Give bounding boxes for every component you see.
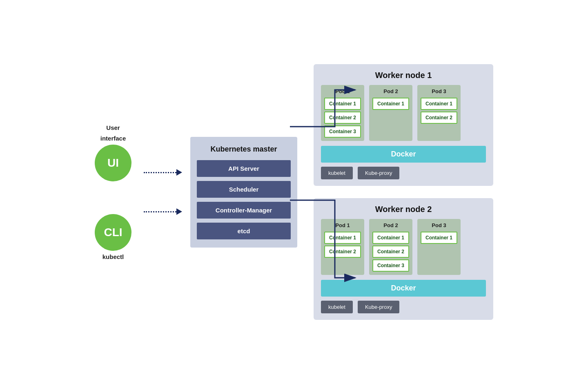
controller-manager-component: Controller-Manager <box>197 202 291 219</box>
worker1-kubeproxy: Kube-proxy <box>358 167 399 179</box>
ui-label2: interface <box>100 134 126 143</box>
api-server-component: API Server <box>197 160 291 177</box>
worker2-pod3: Pod 3 Container 1 <box>417 219 461 275</box>
workers-section: Worker node 1 Pod 1 Container 1 Containe… <box>314 64 493 320</box>
w1p1-container3: Container 3 <box>324 125 361 138</box>
w2p2-container1: Container 1 <box>372 232 409 244</box>
ui-circle: UI <box>95 145 131 181</box>
scheduler-component: Scheduler <box>197 181 291 198</box>
clients-section: User interface UI CLI kubectl <box>95 124 131 260</box>
worker2-pod1: Pod 1 Container 1 Container 2 <box>321 219 364 275</box>
w1p1-container2: Container 2 <box>324 112 361 124</box>
worker1-pods-row: Pod 1 Container 1 Container 2 Container … <box>321 85 486 141</box>
w1p3-container2: Container 2 <box>421 112 457 124</box>
worker2-pod2-label: Pod 2 <box>372 222 409 228</box>
arrows-section <box>144 169 182 215</box>
ui-arrow-head <box>176 169 182 176</box>
w1p1-container1: Container 1 <box>324 98 361 110</box>
w2p2-container2: Container 2 <box>372 246 409 258</box>
w2p1-container2: Container 2 <box>324 246 361 258</box>
worker1-pod2: Pod 2 Container 1 <box>369 85 412 141</box>
worker1-pod2-label: Pod 2 <box>372 88 409 94</box>
w2p3-container1: Container 1 <box>421 232 457 244</box>
worker1-pod1: Pod 1 Container 1 Container 2 Container … <box>321 85 364 141</box>
worker-node-1: Worker node 1 Pod 1 Container 1 Containe… <box>314 64 493 186</box>
worker1-docker: Docker <box>321 146 486 163</box>
worker2-kubelet: kubelet <box>321 301 353 313</box>
worker2-pod2: Pod 2 Container 1 Container 2 Container … <box>369 219 412 275</box>
cli-client: CLI kubectl <box>95 214 131 260</box>
worker1-pod1-label: Pod 1 <box>324 88 361 94</box>
worker2-pod1-label: Pod 1 <box>324 222 361 228</box>
ui-client: User interface UI <box>95 124 131 181</box>
cli-dotted-line <box>144 211 176 212</box>
worker2-system-row: kubelet Kube-proxy <box>321 301 486 313</box>
master-title: Kubernetes master <box>210 145 277 154</box>
worker1-kubelet: kubelet <box>321 167 353 179</box>
w2p1-container1: Container 1 <box>324 232 361 244</box>
cli-arrow-head <box>176 208 182 215</box>
cli-label: kubectl <box>102 253 124 260</box>
ui-dotted-line <box>144 172 176 173</box>
worker2-title: Worker node 2 <box>321 205 486 214</box>
w1p2-container1: Container 1 <box>372 98 409 110</box>
diagram-container: User interface UI CLI kubectl Kubernetes… <box>0 0 588 384</box>
worker1-pod3: Pod 3 Container 1 Container 2 <box>417 85 461 141</box>
worker-node-2: Worker node 2 Pod 1 Container 1 Containe… <box>314 198 493 320</box>
kubernetes-master: Kubernetes master API Server Scheduler C… <box>190 137 297 248</box>
ui-arrow <box>144 169 182 176</box>
cli-circle: CLI <box>95 214 131 251</box>
worker1-system-row: kubelet Kube-proxy <box>321 167 486 179</box>
w1p3-container1: Container 1 <box>421 98 457 110</box>
worker2-docker: Docker <box>321 280 486 297</box>
w2p2-container3: Container 3 <box>372 259 409 272</box>
cli-arrow <box>144 208 182 215</box>
worker2-pods-row: Pod 1 Container 1 Container 2 Pod 2 Cont… <box>321 219 486 275</box>
worker1-pod3-label: Pod 3 <box>421 88 457 94</box>
etcd-component: etcd <box>197 223 291 239</box>
ui-label: User <box>106 124 120 132</box>
worker2-pod3-label: Pod 3 <box>421 222 457 228</box>
worker1-title: Worker node 1 <box>321 71 486 80</box>
worker2-kubeproxy: Kube-proxy <box>358 301 399 313</box>
